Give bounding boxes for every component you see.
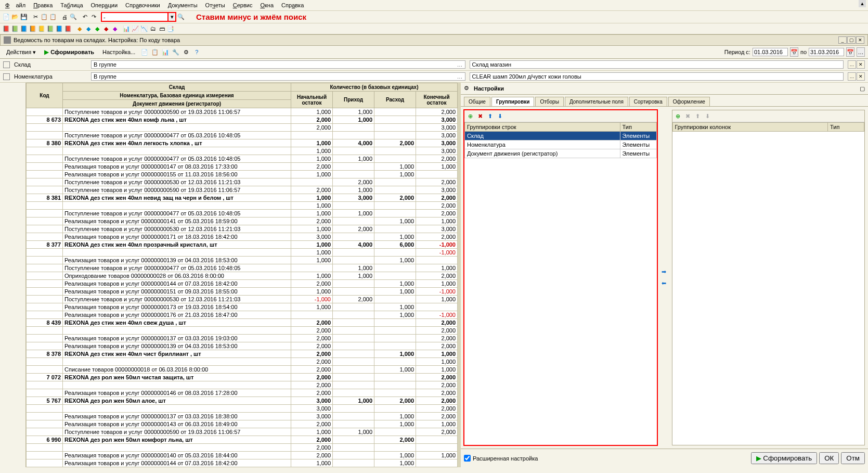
col-end[interactable]: Конечный остаток: [416, 92, 458, 108]
move-up-icon[interactable]: ⬆: [694, 112, 702, 120]
move-up-icon[interactable]: ⬆: [486, 112, 494, 120]
tool-icon[interactable]: 📉: [140, 24, 148, 33]
type-header[interactable]: Тип: [828, 123, 864, 132]
table-row[interactable]: Оприходование товаров 00000000028 от 06.…: [27, 272, 458, 280]
table-row[interactable]: Реализация товаров и услуг 00000000139 о…: [27, 257, 458, 264]
menu-windows[interactable]: Окна: [257, 1, 277, 9]
save-icon[interactable]: 💾: [20, 13, 28, 21]
col-code[interactable]: Код: [27, 83, 63, 108]
table-row[interactable]: 6 990REXONA дез рол жен 50мл комфорт льн…: [27, 436, 458, 444]
col-start[interactable]: Начальный остаток: [291, 92, 333, 108]
tool-icon[interactable]: 🗂: [149, 24, 157, 33]
redo-icon[interactable]: ↷: [89, 13, 98, 21]
tool-icon[interactable]: ◆: [84, 24, 93, 33]
col-doc[interactable]: Документ движения (регистратор): [63, 100, 291, 108]
tool-icon[interactable]: 📕: [64, 24, 72, 33]
extended-settings-checkbox[interactable]: Расширенная настройка: [464, 455, 538, 462]
tab-4[interactable]: Сортировка: [629, 97, 667, 106]
ok-button[interactable]: ОК: [819, 452, 839, 464]
tool-icon[interactable]: ⚙: [182, 48, 190, 56]
nomen-checkbox[interactable]: [3, 73, 10, 80]
ellipsis-icon[interactable]: …: [848, 60, 856, 69]
tool-icon[interactable]: 🗃: [158, 24, 166, 33]
actions-dropdown[interactable]: Действия ▾: [3, 48, 39, 56]
calendar-icon[interactable]: 📅: [790, 47, 798, 57]
tool-icon[interactable]: 📑: [166, 24, 175, 33]
menu-docs[interactable]: Документы: [165, 1, 201, 9]
table-row[interactable]: Реализация товаров и услуг 00000000171 о…: [27, 233, 458, 241]
col-nomen[interactable]: Номенклатура, Базовая единица измерения: [63, 92, 291, 100]
tool-icon[interactable]: 📊: [161, 48, 170, 56]
table-row[interactable]: 8 381REXONA дез стик жен 40мл невид защ …: [27, 194, 458, 202]
table-row[interactable]: 8 673REXONA дез стик жен 40мл комф льна …: [27, 116, 458, 124]
table-row[interactable]: Поступление товаров и услуг 00000000477 …: [27, 132, 458, 139]
table-row[interactable]: Реализация товаров и услуг 00000000147 о…: [27, 163, 458, 171]
close-icon[interactable]: ✕: [856, 36, 864, 44]
table-row[interactable]: Поступление товаров и услуг 00000000590 …: [27, 186, 458, 194]
calendar-icon[interactable]: 📅: [846, 47, 854, 57]
table-row[interactable]: Поступление товаров и услуг 00000000530 …: [27, 225, 458, 233]
menu-file[interactable]: Файл: [2, 1, 29, 9]
table-row[interactable]: Поступление товаров и услуг 00000000530 …: [27, 296, 458, 303]
table-row[interactable]: Поступление товаров и услуг 00000000477 …: [27, 264, 458, 272]
tool-icon[interactable]: 📈: [131, 24, 139, 33]
col-in[interactable]: Приход: [333, 92, 374, 108]
store-checkbox[interactable]: [3, 61, 10, 68]
print-icon[interactable]: 🖨: [60, 13, 69, 21]
table-row[interactable]: 1,000-1,000: [27, 249, 458, 257]
open-icon[interactable]: 📂: [11, 13, 19, 21]
menu-edit[interactable]: Правка: [30, 1, 56, 9]
tool-icon[interactable]: ◆: [102, 24, 110, 33]
cut-icon[interactable]: ✂: [31, 13, 40, 21]
search-input[interactable]: [101, 12, 169, 22]
minimize-icon[interactable]: _: [838, 36, 847, 44]
clear-icon[interactable]: ✕: [857, 72, 865, 81]
move-down-icon[interactable]: ⬇: [704, 112, 712, 120]
table-row[interactable]: Поступление товаров и услуг 00000000590 …: [27, 428, 458, 436]
cancel-button[interactable]: Отм: [841, 452, 865, 464]
generate-button[interactable]: ▶Сформировать: [41, 47, 97, 57]
table-row[interactable]: Реализация товаров и услуг 00000000143 о…: [27, 420, 458, 428]
table-row[interactable]: 5 767REXONA дез рол жен 50мл алое, шт3,0…: [27, 397, 458, 405]
menu-table[interactable]: Таблица: [57, 1, 86, 9]
table-row[interactable]: Реализация товаров и услуг 00000000146 о…: [27, 389, 458, 397]
table-row[interactable]: 2,000: [27, 444, 458, 452]
table-row[interactable]: Реализация товаров и услуг 00000000137 о…: [27, 335, 458, 342]
tool-icon[interactable]: 📙: [29, 24, 37, 33]
table-row[interactable]: Реализация товаров и услуг 00000000140 о…: [27, 452, 458, 459]
grouping-row[interactable]: НоменклатураЭлементы: [465, 140, 657, 149]
generate-button[interactable]: ▶ Сформировать: [751, 452, 818, 464]
table-row[interactable]: Реализация товаров и услуг 00000000151 о…: [27, 288, 458, 296]
table-row[interactable]: Реализация товаров и услуг 00000000139 о…: [27, 342, 458, 350]
table-row[interactable]: 8 380REXONA дез стик жен 40мл легкость х…: [27, 139, 458, 147]
table-row[interactable]: Поступление товаров и услуг 00000000477 …: [27, 155, 458, 163]
tool-icon[interactable]: 📋: [151, 48, 159, 56]
grouping-row[interactable]: Документ движения (регистратор)Элементы: [465, 149, 657, 158]
move-left-icon[interactable]: ⬅: [659, 279, 669, 288]
undo-icon[interactable]: ↶: [81, 13, 89, 21]
tab-3[interactable]: Дополнительные поля: [565, 97, 628, 106]
table-row[interactable]: 2,0002,000: [27, 327, 458, 335]
menu-help[interactable]: Справка: [278, 1, 307, 9]
table-row[interactable]: Реализация товаров и услуг 00000000144 о…: [27, 280, 458, 288]
clear-icon[interactable]: ✕: [857, 60, 865, 69]
table-row[interactable]: Реализация товаров и услуг 00000000137 о…: [27, 413, 458, 420]
table-row[interactable]: 7 072REXONA дез рол жен 50мл чистая защи…: [27, 374, 458, 381]
menu-reports[interactable]: Отчеты: [202, 1, 228, 9]
tab-2[interactable]: Отборы: [535, 97, 563, 106]
search-run-icon[interactable]: 🔍: [177, 13, 185, 21]
delete-icon[interactable]: ✖: [684, 112, 692, 120]
tree-gutter[interactable]: [0, 83, 26, 467]
tool-icon[interactable]: ◆: [75, 24, 84, 33]
add-icon[interactable]: ⊕: [466, 112, 474, 120]
ellipsis-icon[interactable]: …: [848, 72, 856, 81]
menu-ops[interactable]: Операции: [88, 1, 121, 9]
table-row[interactable]: Реализация товаров и услуг 00000000173 о…: [27, 303, 458, 311]
table-row[interactable]: Реализация товаров и услуг 00000000176 о…: [27, 311, 458, 319]
add-icon[interactable]: ⊕: [674, 112, 682, 120]
tab-0[interactable]: Общие: [464, 97, 490, 106]
table-row[interactable]: Поступление товаров и услуг 00000000590 …: [27, 108, 458, 116]
tool-icon[interactable]: 📘: [55, 24, 63, 33]
menu-service[interactable]: Сервис: [230, 1, 256, 9]
tool-icon[interactable]: 📗: [46, 24, 55, 33]
